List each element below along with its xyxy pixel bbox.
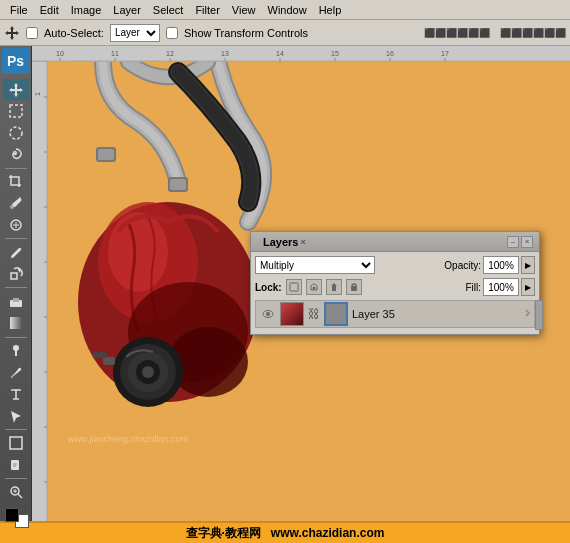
lock-label: Lock: xyxy=(255,282,282,293)
svg-text:15: 15 xyxy=(331,50,339,57)
svg-rect-39 xyxy=(32,62,48,525)
main-area: Ps xyxy=(0,46,570,543)
menu-window[interactable]: Window xyxy=(262,4,313,16)
svg-rect-8 xyxy=(15,350,17,356)
svg-text:11: 11 xyxy=(111,50,119,57)
menu-filter[interactable]: Filter xyxy=(189,4,225,16)
layers-panel-titlebar[interactable]: Layers × – × xyxy=(251,232,539,252)
svg-rect-70 xyxy=(93,352,107,358)
svg-point-76 xyxy=(266,312,270,316)
tool-dodge[interactable] xyxy=(3,340,29,361)
layer-visibility-toggle[interactable] xyxy=(260,306,276,322)
tool-eyedropper[interactable] xyxy=(3,193,29,214)
menu-image[interactable]: Image xyxy=(65,4,108,16)
autoselect-checkbox[interactable] xyxy=(26,27,38,39)
tool-marquee-ellipse[interactable] xyxy=(3,122,29,143)
tool-lasso[interactable] xyxy=(3,144,29,165)
lock-all-btn[interactable] xyxy=(346,279,362,295)
canvas-area: 10 11 12 13 14 15 16 17 xyxy=(32,46,570,543)
panel-close-btn[interactable]: × xyxy=(521,236,533,248)
lock-transparent-btn[interactable] xyxy=(286,279,302,295)
menu-help[interactable]: Help xyxy=(313,4,348,16)
tool-zoom[interactable] xyxy=(3,482,29,503)
fill-arrow[interactable]: ▶ xyxy=(521,278,535,296)
tool-text[interactable] xyxy=(3,384,29,405)
tool-gradient[interactable] xyxy=(3,313,29,334)
opacity-arrow[interactable]: ▶ xyxy=(521,256,535,274)
toolbar: Ps xyxy=(0,46,32,543)
tool-move[interactable] xyxy=(3,79,29,100)
svg-text:17: 17 xyxy=(441,50,449,57)
svg-text:14: 14 xyxy=(276,50,284,57)
menu-bar: File Edit Image Layer Select Filter View… xyxy=(0,0,570,20)
svg-text:1: 1 xyxy=(34,92,41,96)
opacity-row: Opacity: ▶ xyxy=(444,256,535,274)
menu-file[interactable]: File xyxy=(4,4,34,16)
layers-panel-title: Layers xyxy=(263,236,298,248)
tool-eraser[interactable] xyxy=(3,291,29,312)
opacity-input[interactable] xyxy=(483,256,519,274)
layer-item-35[interactable]: ⛓ Layer 35 xyxy=(255,300,535,328)
show-transform-checkbox[interactable] xyxy=(166,27,178,39)
menu-layer[interactable]: Layer xyxy=(107,4,147,16)
tool-notes[interactable] xyxy=(3,454,29,475)
svg-point-73 xyxy=(312,287,315,290)
layers-list: ⛓ Layer 35 xyxy=(255,300,535,328)
menu-edit[interactable]: Edit xyxy=(34,4,65,16)
tool-pen[interactable] xyxy=(3,362,29,383)
tool-path-select[interactable] xyxy=(3,405,29,426)
svg-rect-5 xyxy=(13,298,19,302)
fill-input[interactable] xyxy=(483,278,519,296)
bottom-brand-bar: 查字典·教程网 www.chazidian.com xyxy=(0,521,570,543)
lock-position-btn[interactable] xyxy=(326,279,342,295)
layer-scroll-arrow xyxy=(522,308,530,320)
svg-text:www.jiaocheng.chazidian.com: www.jiaocheng.chazidian.com xyxy=(67,434,188,444)
svg-point-1 xyxy=(10,127,22,139)
align-icons: ⬛⬛⬛⬛⬛⬛ xyxy=(424,28,490,38)
move-tool-icon xyxy=(4,25,20,41)
layer-chain-icon: ⛓ xyxy=(308,307,320,321)
layer-thumbnail xyxy=(280,302,304,326)
svg-text:13: 13 xyxy=(221,50,229,57)
svg-point-9 xyxy=(11,376,13,378)
show-transform-label: Show Transform Controls xyxy=(184,27,308,39)
svg-text:12: 12 xyxy=(166,50,174,57)
menu-select[interactable]: Select xyxy=(147,4,190,16)
distribute-icons: ⬛⬛⬛⬛⬛⬛ xyxy=(500,28,566,38)
menu-view[interactable]: View xyxy=(226,4,262,16)
foreground-color-swatch[interactable] xyxy=(5,508,19,522)
svg-text:16: 16 xyxy=(386,50,394,57)
layers-panel: Layers × – × Multiply Normal Dissolve Sc… xyxy=(250,231,540,335)
blend-mode-select[interactable]: Multiply Normal Dissolve Screen Overlay xyxy=(255,256,375,274)
layer-mask-thumbnail xyxy=(324,302,348,326)
svg-rect-10 xyxy=(10,437,22,449)
panel-controls: – × xyxy=(507,236,533,248)
autoselect-label: Auto-Select: xyxy=(44,27,104,39)
svg-rect-74 xyxy=(351,286,357,291)
tool-rect-shape[interactable] xyxy=(3,433,29,454)
tool-clone[interactable] xyxy=(3,264,29,285)
svg-point-61 xyxy=(108,212,168,292)
layers-panel-body: Multiply Normal Dissolve Screen Overlay … xyxy=(251,252,539,334)
tool-brush[interactable] xyxy=(3,242,29,263)
ps-logo: Ps xyxy=(2,48,30,74)
layers-tab-close[interactable]: × xyxy=(300,237,305,247)
svg-line-13 xyxy=(18,494,22,498)
layers-scrollbar[interactable] xyxy=(535,300,543,330)
tool-crop[interactable] xyxy=(3,172,29,193)
tool-marquee-rect[interactable] xyxy=(3,101,29,122)
autoselect-type-select[interactable]: Layer Group xyxy=(110,24,160,42)
svg-rect-6 xyxy=(10,317,22,329)
lock-image-btn[interactable] xyxy=(306,279,322,295)
tool-heal[interactable] xyxy=(3,215,29,236)
layer-name: Layer 35 xyxy=(352,308,518,320)
svg-rect-56 xyxy=(98,149,114,160)
panel-minimize-btn[interactable]: – xyxy=(507,236,519,248)
lock-fill-row: Lock: Fill: xyxy=(255,278,535,296)
blend-opacity-row: Multiply Normal Dissolve Screen Overlay … xyxy=(255,256,535,274)
opacity-label: Opacity: xyxy=(444,260,481,271)
brand-text: 查字典·教程网 www.chazidian.com xyxy=(186,525,385,542)
layers-tab: Layers × xyxy=(257,234,312,250)
svg-rect-58 xyxy=(170,179,186,190)
svg-rect-11 xyxy=(11,460,19,470)
